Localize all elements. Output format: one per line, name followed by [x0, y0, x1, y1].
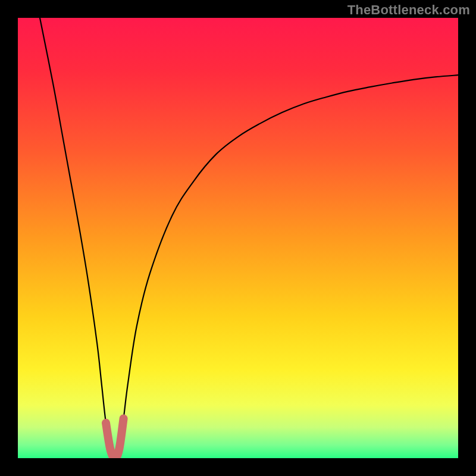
chart-frame: TheBottleneck.com: [0, 0, 476, 476]
watermark-text: TheBottleneck.com: [347, 2, 470, 18]
minimum-highlight: [106, 418, 124, 458]
bottleneck-curve: [40, 18, 458, 458]
curve-layer: [18, 18, 458, 458]
plot-area: [18, 18, 458, 458]
